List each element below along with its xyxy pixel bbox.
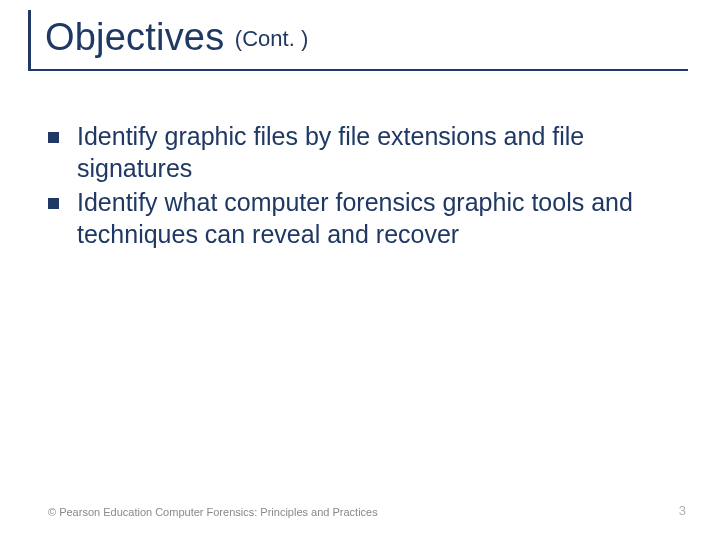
- bullet-text: Identify graphic files by file extension…: [77, 120, 678, 184]
- list-item: Identify graphic files by file extension…: [48, 120, 678, 184]
- bullet-text: Identify what computer forensics graphic…: [77, 186, 678, 250]
- footer-copyright: © Pearson Education Computer Forensics: …: [48, 506, 378, 518]
- slide-title-suffix: (Cont. ): [235, 26, 308, 51]
- body-content: Identify graphic files by file extension…: [48, 120, 678, 252]
- square-bullet-icon: [48, 132, 59, 143]
- slide: Objectives (Cont. ) Identify graphic fil…: [0, 0, 720, 540]
- list-item: Identify what computer forensics graphic…: [48, 186, 678, 250]
- square-bullet-icon: [48, 198, 59, 209]
- slide-title: Objectives: [45, 16, 224, 58]
- title-block: Objectives (Cont. ): [28, 10, 688, 71]
- page-number: 3: [679, 503, 686, 518]
